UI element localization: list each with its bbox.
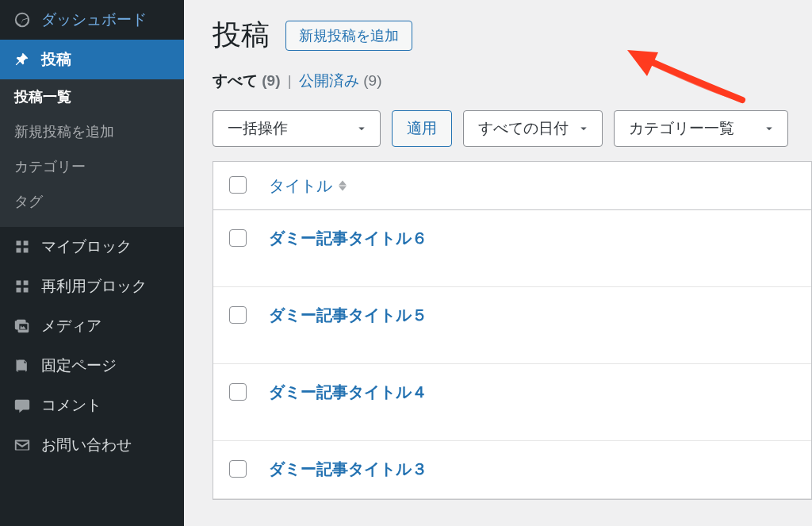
table-row: ダミー記事タイトル５ xyxy=(213,287,811,364)
post-title-link[interactable]: ダミー記事タイトル３ xyxy=(269,460,427,478)
svg-point-8 xyxy=(17,322,18,324)
sidebar-item-label: コメント xyxy=(41,395,102,416)
row-checkbox[interactable] xyxy=(229,460,247,478)
status-filters: すべて (9) | 公開済み (9) xyxy=(213,71,812,91)
svg-rect-6 xyxy=(17,288,21,293)
pages-icon xyxy=(13,356,32,375)
media-icon xyxy=(13,317,32,336)
sort-icon xyxy=(339,180,347,191)
sidebar-item-label: 再利用ブロック xyxy=(41,276,147,297)
bulk-action-value: 一括操作 xyxy=(228,118,288,139)
sidebar-item-label: 投稿 xyxy=(41,49,71,70)
bulk-action-select[interactable]: 一括操作 xyxy=(213,110,381,147)
date-filter-value: すべての日付 xyxy=(478,118,569,139)
sidebar-item-label: マイブロック xyxy=(41,236,132,257)
filter-all[interactable]: すべて (9) xyxy=(213,72,285,89)
submenu-all-posts[interactable]: 投稿一覧 xyxy=(0,79,184,114)
chevron-down-icon xyxy=(354,121,369,136)
filter-published[interactable]: 公開済み (9) xyxy=(299,72,382,89)
sidebar-item-label: ダッシュボード xyxy=(41,10,147,30)
submenu-categories[interactable]: カテゴリー xyxy=(0,149,184,184)
blocks-icon xyxy=(13,277,32,296)
submenu-add-new[interactable]: 新規投稿を追加 xyxy=(0,114,184,149)
table-row: ダミー記事タイトル３ xyxy=(213,441,811,499)
sidebar-item-dashboard[interactable]: ダッシュボード xyxy=(0,0,184,40)
row-checkbox[interactable] xyxy=(229,383,247,401)
pin-icon xyxy=(13,50,32,69)
comment-icon xyxy=(13,396,32,415)
post-title-link[interactable]: ダミー記事タイトル５ xyxy=(269,306,427,324)
admin-sidebar: ダッシュボード 投稿 投稿一覧 新規投稿を追加 カテゴリー タグ マイブロック … xyxy=(0,0,184,526)
apply-button[interactable]: 適用 xyxy=(392,110,452,147)
chevron-down-icon xyxy=(762,121,776,136)
main-content: 投稿 新規投稿を追加 すべて (9) | 公開済み (9) 一括操作 xyxy=(184,0,812,526)
category-filter-value: カテゴリー一覧 xyxy=(629,118,734,139)
post-title-link[interactable]: ダミー記事タイトル４ xyxy=(269,383,427,401)
post-title-link[interactable]: ダミー記事タイトル６ xyxy=(269,229,427,247)
sidebar-item-label: お問い合わせ xyxy=(41,435,132,455)
svg-rect-2 xyxy=(17,248,21,253)
submenu-tags[interactable]: タグ xyxy=(0,184,184,219)
separator: | xyxy=(288,72,292,89)
chevron-down-icon xyxy=(576,121,591,136)
select-all-checkbox[interactable] xyxy=(229,176,247,194)
column-header-title[interactable]: タイトル xyxy=(258,175,347,197)
table-row: ダミー記事タイトル６ xyxy=(213,210,811,287)
svg-rect-3 xyxy=(24,248,29,253)
date-filter-select[interactable]: すべての日付 xyxy=(463,110,603,147)
svg-rect-7 xyxy=(24,288,29,293)
sidebar-item-my-block[interactable]: マイブロック xyxy=(0,227,184,267)
dashboard-icon xyxy=(13,10,32,29)
sidebar-item-posts[interactable]: 投稿 xyxy=(0,40,184,79)
sidebar-item-pages[interactable]: 固定ページ xyxy=(0,346,184,386)
sidebar-item-media[interactable]: メディア xyxy=(0,306,184,346)
svg-rect-4 xyxy=(17,281,21,286)
posts-table: タイトル ダミー記事タイトル６ ダミー記事タイトル５ ダミー記事タイトル４ xyxy=(213,161,812,500)
page-header: 投稿 新規投稿を追加 xyxy=(213,16,812,55)
row-checkbox[interactable] xyxy=(229,306,247,324)
svg-rect-5 xyxy=(24,281,29,286)
posts-submenu: 投稿一覧 新規投稿を追加 カテゴリー タグ xyxy=(0,79,184,227)
svg-rect-1 xyxy=(24,241,29,246)
blocks-icon xyxy=(13,237,32,256)
page-title: 投稿 xyxy=(213,16,270,55)
sidebar-item-reusable-block[interactable]: 再利用ブロック xyxy=(0,267,184,306)
category-filter-select[interactable]: カテゴリー一覧 xyxy=(614,110,788,147)
svg-rect-0 xyxy=(17,241,21,246)
table-row: ダミー記事タイトル４ xyxy=(213,364,811,441)
add-new-button[interactable]: 新規投稿を追加 xyxy=(285,21,412,51)
sidebar-item-contact[interactable]: お問い合わせ xyxy=(0,425,184,465)
sidebar-item-label: メディア xyxy=(41,316,102,336)
tablenav: 一括操作 適用 すべての日付 カテゴリー一覧 xyxy=(213,110,812,147)
sidebar-item-label: 固定ページ xyxy=(41,355,117,376)
sidebar-item-comments[interactable]: コメント xyxy=(0,386,184,425)
table-header: タイトル xyxy=(213,162,811,210)
mail-icon xyxy=(13,436,32,455)
row-checkbox[interactable] xyxy=(229,229,247,247)
